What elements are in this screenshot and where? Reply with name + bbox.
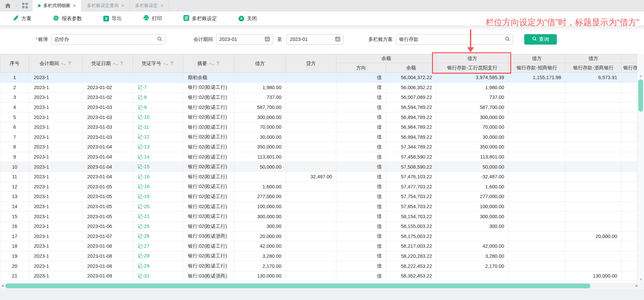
cell-voucher: 记-9 [133,102,183,112]
scheme-input-value[interactable] [399,37,503,42]
tab-close-icon[interactable]: × [73,3,76,8]
voucher-link[interactable]: 记-8 [138,95,147,100]
table-row[interactable]: 122023-12023-01-05记-18银行:02(欧诺工行)1,600.0… [0,182,637,192]
export-button[interactable]: x 导出 [103,15,122,22]
table-row[interactable]: 92023-12023-01-04记-14银行:02(欧诺工行)113,801.… [0,152,637,162]
table-row[interactable]: 42023-12023-01-03记-9银行:02(欧诺工行)587,700.0… [0,102,637,112]
apps-grid-icon[interactable] [17,0,33,11]
search-icon[interactable] [505,36,510,43]
scroll-up-icon[interactable]: ▲ [637,74,644,77]
col-header-bank3-group: 借方 [566,54,622,63]
report-params-button[interactable]: 报表参数 [53,15,82,22]
sort-icons[interactable] [113,61,118,66]
table-row[interactable]: 102023-12023-01-04记-15银行:02(欧诺工行)50,000.… [0,162,637,172]
col-header-summary[interactable]: 摘要 [183,54,234,73]
cell-period: 2023-1 [29,152,83,162]
calendar-icon[interactable] [335,36,340,43]
col-header-voucher-date[interactable]: 凭证日期 [83,54,133,73]
filter-funnel-icon[interactable] [120,61,124,66]
tab-multicol-setting[interactable]: 多栏账设定 × [130,0,169,11]
home-icon[interactable] [0,0,15,11]
horizontal-scrollbar[interactable]: ◀ ▶ [0,283,644,289]
col-header-voucher-no[interactable]: 凭证字号 [133,54,183,73]
scroll-right-icon[interactable]: ▶ [636,284,638,287]
voucher-link[interactable]: 记-12 [138,134,149,139]
vertical-scroll-thumb[interactable] [638,79,643,112]
calendar-icon[interactable] [265,36,270,43]
multicol-settings-button[interactable]: 多栏账设定 [183,15,217,22]
voucher-link[interactable]: 记-19 [138,194,149,199]
voucher-link[interactable]: 记-25 [138,224,149,229]
col-header-period[interactable]: 会计期间 [29,54,83,73]
table-row[interactable]: 52023-12023-01-03记-10银行:02(欧诺工行)300,000.… [0,112,637,122]
table-row[interactable]: 182023-12023-01-08记-27银行:02(欧诺工行)42,000.… [0,241,637,251]
voucher-link[interactable]: 记-20 [138,204,149,209]
ledger-input[interactable] [51,34,165,45]
voucher-link[interactable]: 记-13 [138,144,149,149]
filter-funnel-icon[interactable] [170,61,174,66]
period-from-input[interactable] [216,34,273,45]
tab-close-icon[interactable]: × [121,3,124,8]
table-row[interactable]: 32023-12023-01-02记-8银行:02(欧诺工行)737.00借56… [0,93,637,103]
voucher-link[interactable]: 记-29 [138,263,149,268]
tab-close-icon[interactable]: × [160,3,163,8]
table-row[interactable]: 152023-12023-01-05记-21银行:02(欧诺工行)300,000… [0,212,637,222]
table-row[interactable]: 192023-12023-01-08记-28银行:02(欧诺工行)3,280.0… [0,251,637,261]
table-row[interactable]: 212023-12023-01-09记-31银行:03(欧诺浙商)130,000… [0,271,637,281]
cell-date: 2023-01-04 [83,172,133,182]
scheme-input[interactable] [396,34,513,45]
scroll-left-icon[interactable]: ◀ [1,284,4,287]
voucher-link[interactable]: 记-11 [138,124,149,130]
cell-debit: 300.00 [234,221,286,231]
voucher-link[interactable]: 记-18 [138,184,149,189]
table-row[interactable]: 142023-12023-01-05记-20银行:02(欧诺工行)100,000… [0,201,637,212]
cell-bank2 [508,102,566,112]
table-row[interactable]: 172023-12023-01-07记-26银行:03(欧诺浙商)20,000.… [0,231,637,241]
voucher-link[interactable]: 记-15 [138,164,149,169]
voucher-link[interactable]: 记-21 [138,214,149,219]
table-row[interactable]: 62023-12023-01-03记-11银行:02(欧诺工行)70,000.0… [0,122,637,132]
voucher-link[interactable]: 记-27 [138,243,149,249]
sort-icons[interactable] [61,61,66,66]
close-button[interactable]: × 关闭 [238,15,257,22]
tab-multicol-setting-query[interactable]: 多栏账设定查询 × [82,0,130,11]
voucher-link[interactable]: 记-28 [138,253,149,258]
print-button[interactable]: 打印 [143,15,162,22]
query-button[interactable]: 查询 [524,34,557,45]
table-row[interactable]: 132023-12023-01-05记-19银行:02(欧诺工行)277,000… [0,192,637,202]
col-header-seq: 序号 [0,54,29,73]
voucher-link[interactable]: 记-10 [138,114,149,120]
ledger-input-value[interactable] [54,37,155,42]
voucher-link[interactable]: 记-16 [138,174,149,179]
sort-icons[interactable] [209,61,214,66]
sort-icons[interactable] [163,61,168,66]
table-row[interactable]: 162023-12023-01-06记-25银行:02(欧诺工行)300.00借… [0,221,637,231]
cell-direction: 借 [336,192,386,202]
table-row[interactable]: 112023-12023-01-04记-16银行:02(欧诺工行)32,487.… [0,172,637,182]
tab-multicol-ledger[interactable]: 多栏式明细账 × [33,0,82,11]
search-icon[interactable] [157,36,162,43]
voucher-link[interactable]: 记-7 [138,84,147,90]
horizontal-scroll-thumb[interactable] [5,284,590,288]
table-row[interactable]: 202023-12023-01-08记-29银行:02(欧诺工行)2,170.0… [0,261,637,271]
voucher-link[interactable]: 记-14 [138,154,149,160]
table-row[interactable]: 12023-1期初余额借56,004,372.223,974,585.391,1… [0,73,637,83]
voucher-link[interactable]: 记-9 [138,105,147,110]
table-row[interactable]: 82023-12023-01-04记-13银行:02(欧诺工行)350,000.… [0,142,637,152]
voucher-link[interactable]: 记-31 [138,273,149,279]
vertical-scrollbar[interactable]: ▲ ▼ [637,54,644,283]
plan-button[interactable]: 方案 [13,15,32,22]
cell-bank3 [566,102,622,112]
period-to-value[interactable] [290,37,333,42]
period-from-value[interactable] [219,37,263,42]
table-row[interactable]: 22023-12023-01-02记-7银行:02(欧诺工行)1,980.00借… [0,82,637,93]
cell-debit: 50,000.00 [234,162,286,172]
filter-funnel-icon[interactable] [68,61,72,66]
table-row[interactable]: 72023-12023-01-03记-12银行:02(欧诺工行)30,000.0… [0,132,637,142]
period-to-input[interactable] [286,34,343,45]
tabbar-divider [16,3,16,8]
col-header-bank4-group [622,54,637,63]
scroll-down-icon[interactable]: ▼ [637,278,644,281]
voucher-link[interactable]: 记-26 [138,233,149,239]
filter-funnel-icon[interactable] [216,61,220,66]
